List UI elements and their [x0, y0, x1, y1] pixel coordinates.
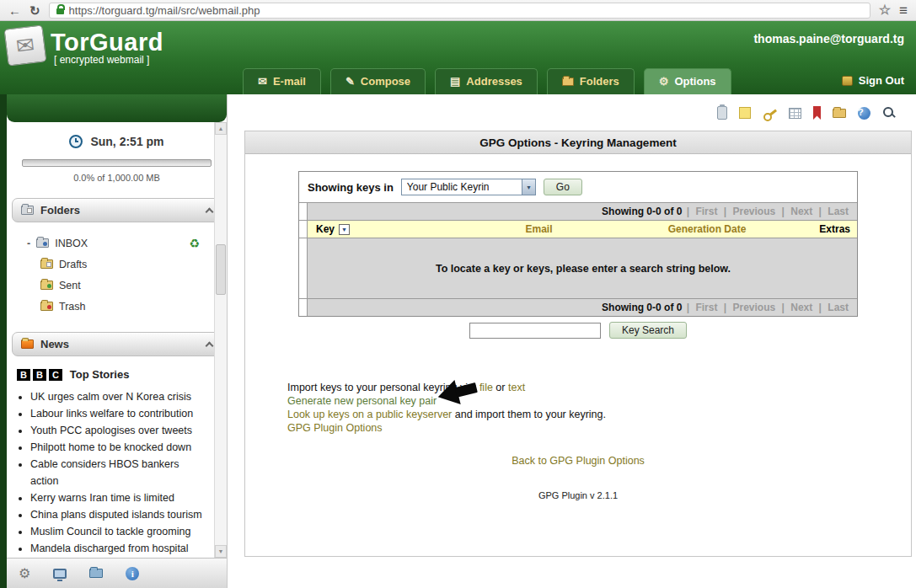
key-icon[interactable]: [763, 106, 777, 120]
lookup-keyserver-link[interactable]: Look up keys on a public keyserver: [287, 409, 452, 420]
folders-section-header[interactable]: Folders: [12, 198, 222, 222]
sent-icon: [40, 281, 53, 290]
back-to-gpg-options-link[interactable]: Back to GPG Plugin Options: [512, 455, 645, 467]
tab-compose[interactable]: ✎ Compose: [330, 68, 426, 94]
user-email: thomas.paine@torguard.tg: [753, 32, 904, 45]
news-item[interactable]: Kerry warns Iran time is limited: [30, 489, 203, 506]
paging-next-link[interactable]: Next: [790, 302, 812, 313]
tab-compose-label: Compose: [361, 75, 410, 88]
url-bar[interactable]: [49, 3, 870, 19]
key-search-button[interactable]: Key Search: [609, 322, 687, 339]
news-feed-header[interactable]: B B C Top Stories: [17, 368, 227, 381]
sidebar-scrollbar[interactable]: ▲ ▼: [214, 122, 227, 558]
tab-email-label: E-mail: [273, 75, 306, 88]
news-feed-title: Top Stories: [70, 368, 130, 381]
options-gear-icon: ⚙: [659, 76, 669, 87]
quota-progress-bar: [22, 159, 212, 167]
addresses-icon: ▤: [450, 76, 460, 87]
scroll-up-icon[interactable]: ▲: [215, 122, 227, 135]
nav-tabs: ✉ E-mail ✎ Compose ▤ Addresses Folders ⚙…: [243, 68, 731, 94]
sign-out-button[interactable]: Sign Out: [842, 74, 904, 87]
sidebar-item-sent[interactable]: Sent: [40, 275, 227, 296]
generate-key-pair-link[interactable]: Generate new personal key pair: [287, 395, 437, 407]
rss-icon: [21, 339, 34, 349]
import-text-link[interactable]: text: [508, 382, 525, 393]
news-item[interactable]: Philpott home to be knocked down: [30, 439, 203, 456]
tab-addresses[interactable]: ▤ Addresses: [435, 68, 538, 94]
email-icon: ✉: [258, 76, 267, 87]
refresh-folders-icon[interactable]: ♻: [189, 237, 200, 250]
note-icon[interactable]: [739, 107, 751, 119]
page-title: GPG Options - Keyring Management: [245, 131, 911, 154]
news-item[interactable]: Youth PCC apologises over tweets: [30, 422, 203, 439]
display-icon[interactable]: [53, 569, 67, 579]
browser-menu-icon[interactable]: ≡: [899, 3, 908, 18]
browser-chrome: ← ↻ ☆ ≡: [0, 0, 916, 21]
calendar-icon[interactable]: [789, 108, 801, 119]
sent-label: Sent: [59, 280, 81, 291]
gpg-links-block: Import keys to your personal keyring via…: [287, 381, 911, 435]
paging-last-link[interactable]: Last: [828, 302, 849, 313]
paging-separator: |: [819, 302, 822, 313]
key-search-input[interactable]: [469, 323, 601, 339]
chevron-up-icon: [206, 207, 214, 216]
search-icon[interactable]: [882, 106, 896, 120]
screen: ← ↻ ☆ ≡ ✉ TorGuard [ encrypted webmail ]…: [0, 0, 916, 588]
back-icon[interactable]: ←: [8, 4, 21, 17]
go-button[interactable]: Go: [544, 179, 582, 195]
or-text: or: [495, 382, 505, 393]
clipboard-icon[interactable]: [717, 106, 727, 120]
sidebar-item-inbox[interactable]: - INBOX ♻: [27, 233, 227, 254]
sidebar-bottom-toolbar: ⚙ i: [7, 558, 227, 588]
paging-first-link[interactable]: First: [695, 206, 717, 217]
paging-next-link[interactable]: Next: [790, 206, 812, 217]
sidebar-item-trash[interactable]: Trash: [40, 296, 227, 317]
tab-folders[interactable]: Folders: [547, 68, 635, 94]
column-extras: Extras: [804, 223, 850, 235]
url-input[interactable]: [69, 4, 863, 17]
paging-first-link[interactable]: First: [695, 302, 717, 313]
bookmark-icon[interactable]: [813, 106, 821, 120]
settings-gear-icon[interactable]: ⚙: [19, 567, 30, 580]
gpg-plugin-options-link[interactable]: GPG Plugin Options: [287, 422, 383, 434]
collapse-marker[interactable]: -: [27, 238, 30, 249]
news-item[interactable]: UK urges calm over N Korea crisis: [30, 388, 203, 405]
paging-previous-link[interactable]: Previous: [733, 206, 776, 217]
news-item[interactable]: Mandela discharged from hospital: [30, 540, 203, 557]
scrollbar-thumb[interactable]: [216, 244, 226, 295]
paging-previous-link[interactable]: Previous: [733, 302, 776, 313]
news-section-header[interactable]: News: [12, 332, 222, 356]
tab-options-label: Options: [674, 75, 715, 88]
sign-out-icon: [842, 76, 853, 86]
news-item[interactable]: Labour links welfare to contribution: [30, 405, 203, 422]
paging-last-link[interactable]: Last: [828, 206, 849, 217]
info-icon[interactable]: i: [126, 567, 139, 580]
keyring-select-value: Your Public Keyrin: [407, 181, 490, 193]
tab-email[interactable]: ✉ E-mail: [243, 68, 321, 94]
paging-separator: |: [819, 206, 822, 217]
refresh-icon[interactable]: ↻: [29, 4, 40, 17]
drafts-icon: [40, 259, 53, 269]
scroll-down-icon[interactable]: ▼: [215, 545, 227, 558]
sidebar-item-drafts[interactable]: Drafts: [40, 254, 227, 275]
folders-section-label: Folders: [40, 204, 200, 216]
keyring-select[interactable]: Your Public Keyrin ▼: [401, 179, 536, 195]
bbc-logo-c: C: [49, 369, 62, 381]
news-section-label: News: [40, 338, 200, 350]
help-icon[interactable]: ?: [858, 107, 870, 120]
tab-options[interactable]: ⚙ Options: [644, 68, 731, 94]
bookmark-star-icon[interactable]: ☆: [879, 3, 891, 17]
folders-icon: [562, 78, 574, 86]
folder-icon[interactable]: [833, 109, 846, 118]
inbox-label: INBOX: [55, 238, 88, 249]
column-generation-date: Generation Date: [610, 223, 804, 235]
sort-dropdown-icon[interactable]: ▼: [339, 224, 350, 235]
paging-separator: |: [687, 302, 689, 313]
lookup-suffix-text: and import them to your keyring.: [455, 409, 606, 420]
news-item[interactable]: Muslim Council to tackle grooming: [30, 523, 203, 540]
paging-separator: |: [687, 206, 689, 217]
news-item[interactable]: Cable considers HBOS bankers action: [30, 456, 203, 489]
folder-manage-icon[interactable]: [89, 569, 103, 578]
inbox-icon: [36, 238, 49, 248]
news-item[interactable]: China plans disputed islands tourism: [30, 506, 203, 523]
